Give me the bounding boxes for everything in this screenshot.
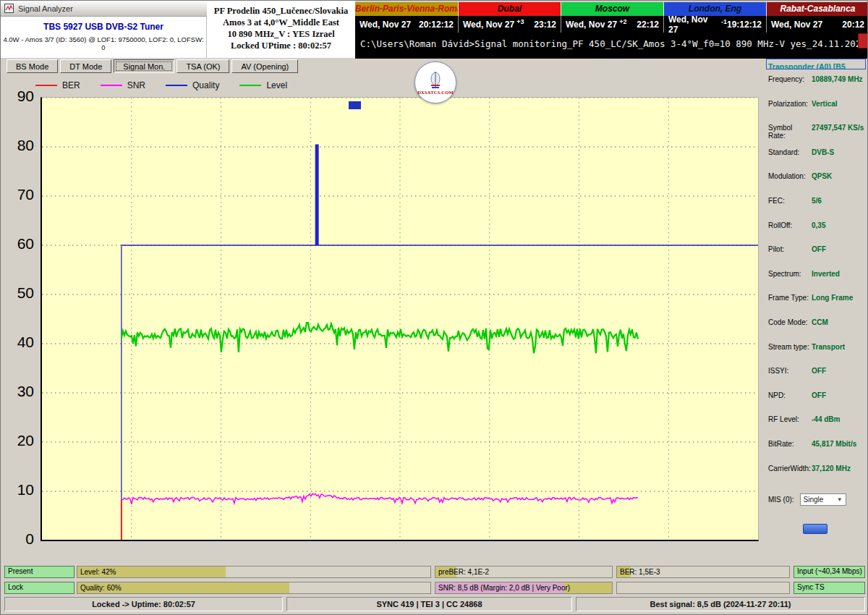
transponder-row: Pilot:OFF <box>762 243 868 268</box>
y-axis: 9080706050403020100 <box>1 97 37 549</box>
transponder-row: Frame Type:Long Frame <box>762 292 868 316</box>
app-icon <box>4 4 14 13</box>
site-line-1: PF Prodelin 450_Lučenec/Slovakia <box>207 5 355 17</box>
clock-city-header: Rabat-Casablanca <box>766 2 868 16</box>
transponder-row: RollOff:0,35 <box>762 219 868 244</box>
tuner-name: TBS 5927 USB DVB-S2 Tuner <box>1 22 206 32</box>
console-close-button[interactable] <box>858 33 868 48</box>
y-axis-label: 10 <box>1 481 34 499</box>
quality-bar: Quality: 60% <box>77 582 431 594</box>
transponder-row: Modulation:QPSK <box>762 170 868 195</box>
transponder-row: NPD:OFF <box>762 389 868 414</box>
clock-city-header: Berlin-Paris-Vienna-Roma <box>355 2 458 16</box>
transponder-row: Polarization:Vertical <box>762 98 868 122</box>
transponder-row: RF Level:-44 dBm <box>762 413 868 438</box>
y-axis-label: 40 <box>1 334 34 351</box>
transponder-row: Symbol Rate:27497,547 KS/s <box>762 122 868 146</box>
clock-city-header: Dubai <box>458 2 561 16</box>
snr-bar-label: SNR: 8,5 dB (Margin: 2,0 dB | Very Poor) <box>438 584 570 592</box>
empty-bar <box>616 582 790 594</box>
transponder-row: BitRate:45,817 Mbit/s <box>762 438 868 462</box>
legend-item-level: Level <box>239 80 287 90</box>
site-line-3: 10 890 MHz_V : YES Izrael <box>207 28 355 40</box>
level-bar: Level: 42% <box>77 566 431 578</box>
level-line-swatch <box>239 85 261 86</box>
terminal-prompt[interactable]: C:\Users\Roman Dávid>Signal monitoring_P… <box>355 33 868 59</box>
console-panel: Wed, Nov 2720:12:12Wed, Nov 27+323:12Wed… <box>355 16 868 59</box>
present-indicator: Present <box>4 566 75 578</box>
transponder-rows: Frequency:10889,749 MHzPolarization:Vert… <box>762 73 868 486</box>
site-panel: PF Prodelin 450_Lučenec/Slovakia Amos 3 … <box>207 1 355 58</box>
transponder-row: FEC:5/6 <box>762 195 868 219</box>
syncts-indicator: Sync TS <box>793 582 865 594</box>
ber-bar: BER: 1,5E-3 <box>616 566 790 578</box>
legend-item-ber: BER <box>35 80 80 90</box>
dxsatcs-logo: DXSATCS.COM <box>414 62 456 103</box>
y-axis-label: 90 <box>1 88 34 105</box>
preber-bar-label: preBER: 4,1E-2 <box>438 568 489 576</box>
tab-dt-mode[interactable]: DT Mode <box>60 59 111 73</box>
clock-time-cell: Wed, Nov 2720:12 <box>766 16 868 33</box>
ber-line-swatch <box>35 85 57 86</box>
y-axis-label: 70 <box>1 186 34 203</box>
input-indicator: Input (~40,34 Mbps) <box>793 566 865 578</box>
tab-bs-mode[interactable]: BS Mode <box>7 59 58 73</box>
clock-city-header: Moscow <box>561 2 663 16</box>
tab-tsa-ok-[interactable]: TSA (OK) <box>176 59 229 73</box>
ber-bar-label: BER: 1,5E-3 <box>620 568 660 576</box>
signal-chart <box>41 97 759 541</box>
mis-label: MIS (0): <box>768 496 794 504</box>
level-bar-label: Level: 42% <box>80 568 116 576</box>
chart-marker <box>349 101 361 109</box>
statusbar-best-signal: Best signal: 8,5 dB (2024-11-27 20:11) <box>576 597 865 611</box>
y-axis-label: 20 <box>1 432 34 449</box>
y-axis-label: 30 <box>1 383 34 400</box>
transponder-row: Code Mode:CCM <box>762 316 868 341</box>
clock-time-cell: Wed, Nov 27+222:12 <box>561 16 663 33</box>
mis-selected-value: Single <box>804 496 824 504</box>
preber-bar: preBER: 4,1E-2 <box>435 566 613 578</box>
site-line-4: Locked UPtime : 80:02:57 <box>207 40 355 51</box>
legend-label: Level <box>266 80 287 90</box>
world-clock-times: Wed, Nov 2720:12:12Wed, Nov 27+323:12Wed… <box>355 16 868 33</box>
mis-select[interactable]: Single ▼ <box>800 493 846 506</box>
transponder-row: CarrierWidth:37,120 MHz <box>762 462 868 487</box>
transponder-row: Spectrum:Inverted <box>762 268 868 292</box>
snr-bar: SNR: 8,5 dB (Margin: 2,0 dB | Very Poor) <box>435 582 613 594</box>
world-clock-headers: Berlin-Paris-Vienna-RomaDubaiMoscowLondo… <box>355 2 868 16</box>
tuner-config: 4.0W - Amos 3/7 (ID: 3560) @ LOF1: 97500… <box>1 35 206 51</box>
transponder-row: Stream type:Transport <box>762 341 868 365</box>
clock-time-cell: Wed, Nov 2720:12:12 <box>355 16 458 33</box>
tab-signal-mon-[interactable]: Signal Mon. <box>114 59 174 73</box>
lock-indicator: Lock <box>4 582 75 594</box>
transponder-row: Frequency:10889,749 MHz <box>762 73 868 98</box>
legend-label: BER <box>62 80 80 90</box>
site-line-2: Amos 3 at 4,0°W_Middle East <box>207 17 355 28</box>
clock-time-cell: Wed, Nov 27+323:12 <box>458 16 561 33</box>
quality-bar-label: Quality: 60% <box>80 584 122 592</box>
mis-row: MIS (0): Single ▼ <box>762 491 868 508</box>
transponder-header[interactable]: Transponder (A0) [B5 <box>766 59 866 69</box>
tuner-panel: TBS 5927 USB DVB-S2 Tuner 4.0W - Amos 3/… <box>1 17 207 58</box>
clock-time-cell: Wed, Nov 27-119:12:12 <box>663 16 766 33</box>
statusbar-sync: SYNC 419 | TEI 3 | CC 24868 <box>286 597 572 611</box>
transponder-row: ISSYI:OFF <box>762 365 868 389</box>
window-title: Signal Analyzer <box>18 4 73 13</box>
sidebar-action-button[interactable] <box>803 524 827 534</box>
chart-canvas <box>42 98 758 540</box>
chevron-down-icon: ▼ <box>837 496 843 503</box>
snr-bar-fill2 <box>564 582 612 593</box>
y-axis-label: 60 <box>1 235 34 253</box>
tab-av-opening-[interactable]: AV (Opening) <box>231 59 298 73</box>
mode-tabs: BS ModeDT ModeSignal Mon.TSA (OK)AV (Ope… <box>7 59 298 73</box>
transponder-sidebar: Transponder (A0) [B5 Frequency:10889,749… <box>762 59 868 561</box>
quality-line-swatch <box>166 85 187 86</box>
y-axis-label: 80 <box>1 137 34 154</box>
legend-label: Quality <box>192 80 219 90</box>
chart-legend: BER SNR Quality Level <box>35 78 287 93</box>
logo-text: DXSATCS.COM <box>417 90 454 95</box>
snr-line-swatch <box>101 85 122 86</box>
transponder-row: Standard:DVB-S <box>762 146 868 171</box>
legend-item-snr: SNR <box>101 80 145 90</box>
signal-analyzer-window: { "window": { "title": "Signal Analyzer"… <box>0 0 868 615</box>
